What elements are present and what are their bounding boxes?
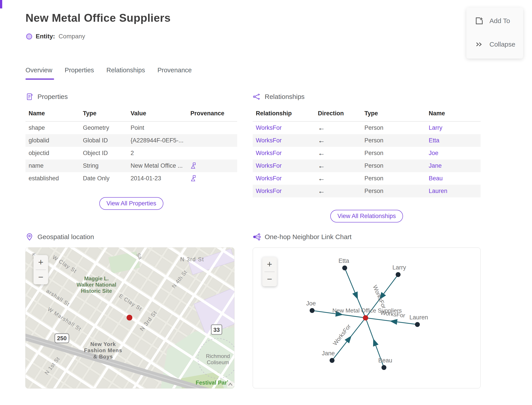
map-zoom-control: + − [33, 255, 48, 284]
relationship-link[interactable]: WorksFor [253, 172, 315, 185]
col-header-direction: Direction [315, 110, 361, 122]
geospatial-section-title: Geospatial location [37, 233, 94, 241]
relationship-link[interactable]: WorksFor [253, 134, 315, 147]
center-node-label: New Metal Office Suppliers [332, 307, 402, 314]
entity-name-link[interactable]: Lauren [426, 185, 481, 197]
entity-type-value: Company [59, 33, 85, 40]
edge-label-worksfor: WorksFor [372, 284, 388, 310]
col-header-provenance: Provenance [187, 110, 237, 122]
table-row: WorksFor ← Person Jane [253, 160, 481, 172]
entity-type-icon [26, 34, 32, 40]
add-to-button[interactable]: Add To [475, 16, 517, 25]
table-row: established Date Only 2014-01-23 [26, 172, 237, 185]
col-header-type: Type [80, 110, 127, 122]
entity-label: Entity: [36, 33, 55, 40]
prop-value: Point [127, 122, 187, 134]
map-image: k Rd W Clay St Sa N 3rd St N 4th St Magg… [26, 248, 234, 388]
table-row: WorksFor ← Person Beau [253, 172, 481, 185]
tab-relationships[interactable]: Relationships [106, 67, 145, 78]
direction-arrow: ← [315, 134, 361, 147]
route-250-shield: 250 [55, 334, 69, 343]
prop-type: Geometry [80, 122, 127, 134]
linkchart-zoom-out-button[interactable]: − [262, 272, 277, 287]
prop-provenance [187, 134, 237, 147]
table-row: shape Geometry Point [26, 122, 237, 134]
col-header-value: Value [127, 110, 187, 122]
direction-arrow: ← [315, 185, 361, 197]
map-zoom-out-button[interactable]: − [33, 270, 48, 284]
direction-arrow: ← [315, 122, 361, 134]
linkchart-zoom-control: + − [262, 257, 277, 286]
properties-section-header: Properties [26, 93, 237, 101]
entity-name-link[interactable]: Etta [426, 134, 481, 147]
add-to-label: Add To [489, 17, 510, 25]
entity-name-link[interactable]: Larry [426, 122, 481, 134]
map-label-coliseum-2: Coliseum [207, 359, 229, 365]
prop-type: String [80, 160, 127, 172]
table-row: name String New Metal Office ... [26, 160, 237, 172]
map-label-ny-2: Fashion Mens [84, 347, 122, 353]
entity-location-marker[interactable] [126, 315, 132, 320]
svg-text:250: 250 [57, 335, 66, 342]
relationship-link[interactable]: WorksFor [253, 185, 315, 197]
prop-type: Object ID [80, 147, 127, 160]
linkchart-zoom-in-button[interactable]: + [262, 257, 277, 272]
actions-card: Add To Collapse [466, 7, 523, 59]
center-entity-node[interactable] [363, 315, 368, 320]
prop-name: shape [26, 122, 80, 134]
direction-arrow: ← [315, 172, 361, 185]
linkchart-section-title: One-hop Neighbor Link Chart [265, 233, 352, 241]
rel-type: Person [361, 185, 426, 197]
relationships-section-header: Relationships [253, 93, 481, 101]
linkchart-canvas[interactable]: + − WorksFor Works [253, 248, 481, 388]
table-row: WorksFor ← Person Larry [253, 122, 481, 134]
provenance-flag-icon[interactable] [190, 162, 196, 169]
map-label-maggie-2: Walker National [76, 282, 116, 288]
provenance-flag-icon[interactable] [190, 175, 196, 182]
map-canvas[interactable]: + − [26, 248, 234, 388]
properties-table: Name Type Value Provenance shape Geometr… [26, 110, 237, 185]
map-pin-icon [26, 233, 33, 241]
table-row: WorksFor ← Person Lauren [253, 185, 481, 197]
col-header-name: Name [26, 110, 80, 122]
prop-name: name [26, 160, 80, 172]
prop-value: 2014-01-23 [127, 172, 187, 185]
node-label-jane: Jane [322, 350, 335, 357]
map-label-ny-3: & Boys [93, 354, 113, 359]
table-row: WorksFor ← Person Joe [253, 147, 481, 160]
properties-icon [26, 93, 33, 101]
collapse-icon [475, 40, 484, 49]
route-33-shield: 33 [211, 325, 222, 334]
linkchart-graph: WorksFor WorksFor WorksFor Etta Larry Jo… [253, 248, 480, 388]
map-label-festival: Festival Park [196, 379, 230, 386]
node-label-lauren: Lauren [409, 314, 428, 321]
page-title: New Metal Office Suppliers [26, 12, 171, 24]
svg-text:33: 33 [213, 326, 220, 333]
geospatial-section-header: Geospatial location [26, 233, 234, 241]
relationship-link[interactable]: WorksFor [253, 122, 315, 134]
view-all-relationships-button[interactable]: View All Relationships [330, 210, 403, 223]
prop-provenance [187, 160, 237, 172]
rel-type: Person [361, 147, 426, 160]
prop-type: Global ID [80, 134, 127, 147]
col-header-type: Type [361, 110, 426, 122]
rel-type: Person [361, 122, 426, 134]
map-zoom-in-button[interactable]: + [33, 255, 48, 270]
tab-overview[interactable]: Overview [26, 67, 52, 78]
map-label-maggie-3: Historic Site [81, 288, 112, 294]
relationship-link[interactable]: WorksFor [253, 147, 315, 160]
node-label-joe: Joe [306, 300, 316, 307]
collapse-button[interactable]: Collapse [475, 40, 517, 49]
node-label-beau: Beau [378, 357, 392, 364]
relationship-link[interactable]: WorksFor [253, 160, 315, 172]
tab-provenance[interactable]: Provenance [157, 67, 192, 78]
collapse-label: Collapse [489, 40, 515, 48]
prop-type: Date Only [80, 172, 127, 185]
col-header-relationship: Relationship [253, 110, 315, 122]
view-all-properties-button[interactable]: View All Properties [99, 197, 163, 210]
attribution-toggle-icon[interactable] [227, 381, 233, 388]
entity-name-link[interactable]: Jane [426, 160, 481, 172]
tab-properties[interactable]: Properties [65, 67, 94, 78]
entity-name-link[interactable]: Joe [426, 147, 481, 160]
entity-name-link[interactable]: Beau [426, 172, 481, 185]
